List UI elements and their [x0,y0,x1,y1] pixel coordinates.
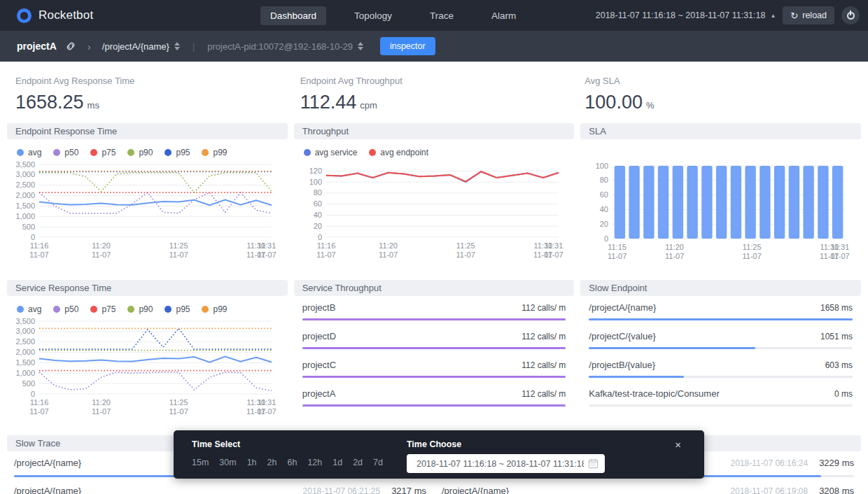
time-option-2d[interactable]: 2d [353,458,363,467]
list-item-name[interactable]: projectC [302,360,336,370]
separator: | [192,41,195,52]
svg-text:2,000: 2,000 [15,191,35,199]
endpoint-selector[interactable]: /projectA/{name} [102,41,180,52]
list-item-name[interactable]: projectD [302,331,336,341]
legend-item-avg[interactable]: avg [17,304,41,314]
legend-item-p99[interactable]: p99 [202,148,227,157]
legend-label: p50 [64,304,78,314]
time-range-input[interactable] [407,454,605,473]
trace-duration: 3208 ms [819,486,854,494]
legend-item-avg-endpoint[interactable]: avg endpoint [369,148,428,157]
p95-dot-icon [164,306,172,313]
list-item: Kafka/test-trace-topic/Consumer0 ms [586,383,855,412]
inspector-button[interactable]: inspector [380,37,435,55]
svg-text:11-07: 11-07 [257,407,276,416]
legend-item-p95[interactable]: p95 [164,304,190,314]
list-item-name[interactable]: /projectC/{value} [589,331,655,341]
nav-tab-trace[interactable]: Trace [420,6,463,25]
trace-duration: 3217 ms [391,486,426,494]
legend-item-p75[interactable]: p75 [90,304,115,314]
p50-dot-icon [53,149,60,156]
svg-text:11:31: 11:31 [544,241,563,250]
time-range-toggle[interactable]: 2018-11-07 11:16:18 ~ 2018-11-07 11:31:1… [596,10,776,20]
svg-text:0: 0 [31,390,35,398]
stat-endpoint-avg-throughput: Endpoint Avg Throughput 112.44cpm [292,76,577,113]
svg-text:11:25: 11:25 [743,243,762,251]
legend-item-p75[interactable]: p75 [90,148,115,157]
legend-item-avg[interactable]: avg [17,148,41,157]
service-name[interactable]: projectA [17,41,57,52]
panel-service-throughput: Service Throughput projectB112 calls/ mp… [294,280,575,423]
svg-text:11:16: 11:16 [30,241,49,250]
p95-dot-icon [164,149,172,156]
legend-label: p99 [213,148,227,157]
legend-item-avg-service[interactable]: avg service [304,148,358,157]
svg-text:11:31: 11:31 [831,243,850,251]
time-select-options: 15m30m1h2h6h12h1d2d7d [192,458,383,467]
reload-button[interactable]: ↻ reload [783,6,834,24]
legend-item-p50[interactable]: p50 [53,148,78,157]
reload-label: reload [802,10,827,20]
list-item-name[interactable]: /projectB/{value} [589,360,655,370]
nav-tab-dashboard[interactable]: Dashboard [260,6,326,25]
endpoint-response-time-chart[interactable]: avgp50p75p90p95p9905001,0001,5002,0002,5… [10,148,285,267]
list-item-name[interactable]: projectB [302,302,336,313]
list-item-name[interactable]: projectA [302,388,336,399]
nav-tab-topology[interactable]: Topology [344,6,402,25]
power-button[interactable] [841,6,860,24]
panel-title: Service Throughput [294,280,575,296]
progress-bar [302,318,566,320]
time-option-7d[interactable]: 7d [373,458,383,467]
slow-endpoint-list: /projectA/{name}1658 ms/projectC/{value}… [580,296,861,412]
link-icon[interactable] [65,41,76,52]
time-option-30m[interactable]: 30m [219,458,236,467]
time-option-12h[interactable]: 12h [307,458,322,467]
calendar-icon[interactable] [588,458,598,472]
time-option-15m[interactable]: 15m [192,458,209,467]
stat-unit: % [646,100,654,111]
time-option-2h[interactable]: 2h [267,458,277,467]
time-option-1h[interactable]: 1h [247,458,257,467]
svg-text:2,000: 2,000 [15,348,35,356]
legend-item-p90[interactable]: p90 [127,304,153,314]
progress-bar [589,376,853,378]
progress-bar [589,347,853,349]
nav-right: 2018-11-07 11:16:18 ~ 2018-11-07 11:31:1… [596,0,860,31]
avg-dot-icon [17,149,24,156]
panel-title: Service Response Time [7,280,288,296]
service-response-time-chart[interactable]: avgp50p75p90p95p9905001,0001,5002,0002,5… [10,304,285,423]
trace-name[interactable]: /projectA/{name} [442,486,731,494]
svg-text:11:20: 11:20 [379,241,398,250]
nav-tab-alarm[interactable]: Alarm [482,6,526,25]
legend-label: avg endpoint [380,148,428,157]
list-item-value: 112 calls/ m [522,332,566,341]
list-item-value: 1051 ms [820,332,853,341]
sort-caret-icon [174,42,180,50]
list-item-value: 0 ms [834,389,853,399]
trace-name[interactable]: /projectA/{name} [14,486,303,494]
legend-item-p50[interactable]: p50 [53,304,78,314]
legend-item-p90[interactable]: p90 [127,148,153,157]
list-item-name[interactable]: Kafka/test-trace-topic/Consumer [589,388,719,399]
instance-selector[interactable]: projectA-pid:10072@192-168-10-29 [207,41,363,52]
list-item-value: 112 calls/ m [522,389,566,399]
legend-item-p99[interactable]: p99 [202,304,227,314]
svg-text:40: 40 [313,211,321,219]
service-response-time-legend: avgp50p75p90p95p99 [17,304,285,314]
svg-text:1,500: 1,500 [15,202,35,210]
panel-endpoint-response-time: Endpoint Response Time avgp50p75p90p95p9… [7,123,288,268]
svg-text:11:20: 11:20 [92,398,111,407]
throughput-chart[interactable]: avg serviceavg endpoint02040608010012011… [297,148,572,267]
legend-item-p95[interactable]: p95 [164,148,190,157]
endpoint-response-time-legend: avgp50p75p90p95p99 [17,148,285,157]
sla-chart[interactable]: 02040608010011:1511-0711:2011-0711:2511-… [583,145,858,268]
svg-text:11:20: 11:20 [92,241,111,250]
panel-row-1: Endpoint Response Time avgp50p75p90p95p9… [7,123,861,268]
close-icon[interactable]: × [675,439,681,450]
time-option-6h[interactable]: 6h [287,458,297,467]
list-item-name[interactable]: /projectA/{name} [589,302,656,313]
time-option-1d[interactable]: 1d [332,458,342,467]
slow-trace-item: /projectA/{name}2018-11-07 06:19:083208 … [442,479,854,494]
svg-text:11-07: 11-07 [257,250,276,259]
svg-text:3,500: 3,500 [15,317,35,325]
